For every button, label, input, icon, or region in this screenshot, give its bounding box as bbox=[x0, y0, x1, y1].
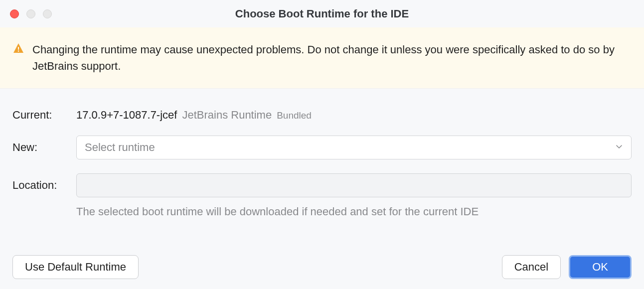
button-bar: Use Default Runtime Cancel OK bbox=[12, 255, 632, 279]
button-group-right: Cancel OK bbox=[502, 255, 632, 279]
hint-row: The selected boot runtime will be downlo… bbox=[76, 205, 632, 218]
window-controls bbox=[10, 9, 52, 18]
titlebar: Choose Boot Runtime for the IDE bbox=[0, 0, 644, 27]
current-runtime-name: JetBrains Runtime bbox=[182, 109, 272, 122]
svg-rect-0 bbox=[18, 47, 19, 50]
close-window-button[interactable] bbox=[10, 9, 19, 18]
current-version: 17.0.9+7-1087.7-jcef bbox=[76, 109, 177, 122]
current-label: Current: bbox=[12, 109, 76, 122]
location-label: Location: bbox=[12, 179, 76, 192]
cancel-button[interactable]: Cancel bbox=[502, 255, 561, 279]
minimize-window-button[interactable] bbox=[26, 9, 35, 18]
dialog-content: Current: 17.0.9+7-1087.7-jcef JetBrains … bbox=[0, 89, 644, 228]
new-row: New: Select runtime bbox=[12, 136, 632, 159]
new-label: New: bbox=[12, 141, 76, 154]
runtime-select-placeholder: Select runtime bbox=[85, 141, 155, 154]
use-default-runtime-button[interactable]: Use Default Runtime bbox=[12, 255, 139, 279]
current-value: 17.0.9+7-1087.7-jcef JetBrains Runtime B… bbox=[76, 109, 312, 122]
hint-text: The selected boot runtime will be downlo… bbox=[76, 205, 632, 218]
dialog-title: Choose Boot Runtime for the IDE bbox=[10, 7, 634, 20]
runtime-select[interactable]: Select runtime bbox=[76, 136, 632, 159]
location-input[interactable] bbox=[76, 173, 632, 197]
warning-banner: Changing the runtime may cause unexpecte… bbox=[0, 27, 644, 89]
svg-point-1 bbox=[18, 50, 19, 51]
chevron-down-icon bbox=[615, 143, 623, 152]
current-row: Current: 17.0.9+7-1087.7-jcef JetBrains … bbox=[12, 109, 632, 122]
ok-button[interactable]: OK bbox=[569, 255, 632, 279]
maximize-window-button[interactable] bbox=[43, 9, 52, 18]
location-row: Location: bbox=[12, 173, 632, 197]
current-bundled-badge: Bundled bbox=[277, 110, 312, 121]
warning-icon bbox=[12, 42, 24, 56]
warning-text: Changing the runtime may cause unexpecte… bbox=[32, 41, 632, 74]
